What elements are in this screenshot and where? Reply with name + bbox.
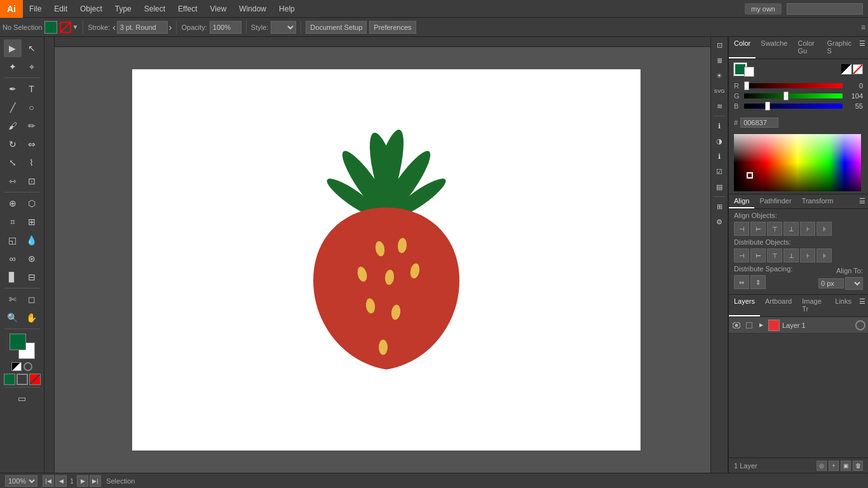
menu-object[interactable]: Object <box>74 0 109 18</box>
align-vertical-centers[interactable]: ⊦ <box>800 222 815 236</box>
menu-edit[interactable]: Edit <box>48 0 74 18</box>
delete-layer-btn[interactable]: 🗑 <box>853 461 863 471</box>
align-left-edges[interactable]: ⊣ <box>734 222 749 236</box>
transform-tab[interactable]: Transform <box>797 194 839 208</box>
new-layer-btn[interactable]: ▣ <box>841 461 851 471</box>
perspective-tool[interactable]: ⌗ <box>4 213 22 231</box>
align-top-edges[interactable]: ⊥ <box>783 222 799 236</box>
red-slider-thumb[interactable] <box>744 81 749 90</box>
rotate-tool[interactable]: ↻ <box>4 135 22 153</box>
locate-object-btn[interactable]: ◎ <box>817 461 827 471</box>
next-page-btn[interactable]: ▶ <box>77 475 88 487</box>
distribute-top[interactable]: ⊥ <box>783 248 799 262</box>
pathfinder-btn[interactable]: ☀ <box>712 69 726 83</box>
lasso-tool[interactable]: ⌖ <box>23 58 41 76</box>
search-input[interactable] <box>787 3 863 15</box>
info-btn[interactable]: ℹ <box>712 119 726 133</box>
align-panel-menu[interactable]: ☰ <box>857 194 868 208</box>
color-gradient-picker[interactable] <box>734 134 861 191</box>
distribute-right[interactable]: ⊤ <box>767 248 782 262</box>
none-swatch[interactable] <box>853 64 863 74</box>
panel-menu-icon[interactable]: ☰ <box>857 37 868 58</box>
align-horizontal-centers[interactable]: ⊢ <box>750 222 766 236</box>
fill-color-box[interactable] <box>44 21 57 34</box>
selection-tool[interactable]: ▶ <box>4 39 22 57</box>
foreground-color[interactable] <box>10 334 26 350</box>
blue-slider-thumb[interactable] <box>765 102 770 111</box>
links-tab[interactable]: Links <box>830 295 857 316</box>
distribute-v-spacing[interactable]: ⇕ <box>750 275 766 289</box>
align-px-input[interactable] <box>818 278 844 288</box>
artboard-tab[interactable]: Artboard <box>760 295 797 316</box>
layer-lock[interactable] <box>744 320 754 330</box>
menu-window[interactable]: Window <box>233 0 273 18</box>
stroke-left-arrow[interactable]: ‹ <box>112 22 116 32</box>
live-paint-tool[interactable]: ⬡ <box>23 194 41 212</box>
magic-wand-tool[interactable]: ✦ <box>4 58 22 76</box>
shape-builder-tool[interactable]: ⊕ <box>4 194 22 212</box>
width-tool[interactable]: ⇿ <box>4 172 22 190</box>
artboard-tool[interactable]: ⊟ <box>23 268 41 286</box>
info2-btn[interactable]: ℹ <box>712 149 726 163</box>
symbol-tool[interactable]: ⊛ <box>23 250 41 268</box>
distribute-h-spacing[interactable]: ⇔ <box>734 275 749 289</box>
swatches-tab[interactable]: Swatche <box>756 37 792 58</box>
align-tab[interactable]: Align <box>729 194 754 208</box>
opacity-input[interactable] <box>210 21 241 34</box>
svg-btn[interactable]: SVG <box>712 84 726 98</box>
workspace-button[interactable]: my own <box>745 3 782 15</box>
menu-help[interactable]: Help <box>273 0 301 18</box>
pen-tool[interactable]: ✒ <box>4 80 22 98</box>
align-bottom-edges[interactable]: ⊧ <box>817 222 832 236</box>
menu-file[interactable]: File <box>23 0 48 18</box>
eyedropper-tool[interactable]: 💧 <box>23 231 41 249</box>
distribute-bottom[interactable]: ⊧ <box>817 248 832 262</box>
prev-page-btn[interactable]: ◀ <box>55 475 67 487</box>
color-boxes[interactable] <box>10 334 35 359</box>
line-tool[interactable]: ╱ <box>4 98 22 116</box>
menu-effect[interactable]: Effect <box>172 0 203 18</box>
stroke-color-box[interactable] <box>60 22 71 33</box>
blend-tool[interactable]: ∞ <box>4 250 22 268</box>
graphic-styles-tab[interactable]: Graphic S <box>822 37 857 58</box>
scale-tool[interactable]: ⤡ <box>4 154 22 172</box>
menu-view[interactable]: View <box>204 0 233 18</box>
slice-tool[interactable]: ✄ <box>4 290 22 308</box>
zoom-tool[interactable]: 🔍 <box>4 309 22 327</box>
layers-tab[interactable]: Layers <box>729 295 760 316</box>
menu-type[interactable]: Type <box>109 0 138 18</box>
first-page-btn[interactable]: |◀ <box>43 475 54 487</box>
mesh-tool[interactable]: ⊞ <box>23 213 41 231</box>
layers-mini-btn[interactable]: ⊞ <box>712 200 726 214</box>
hex-input[interactable] <box>740 118 778 128</box>
blue-slider-track[interactable] <box>744 104 843 109</box>
column-graph-tool[interactable]: ▊ <box>4 268 22 286</box>
layer-expand-btn[interactable]: ▶ <box>757 321 766 330</box>
pathfinder-tab[interactable]: Pathfinder <box>754 194 796 208</box>
appearance-btn[interactable]: ≋ <box>712 99 726 113</box>
type-tool[interactable]: T <box>23 80 41 98</box>
red-slider-track[interactable] <box>744 83 843 88</box>
list-btn[interactable]: ▤ <box>712 180 726 194</box>
zoom-select[interactable]: 100% <box>5 475 37 487</box>
align-right-edges[interactable]: ⊤ <box>767 222 782 236</box>
eraser-tool[interactable]: ◻ <box>23 290 41 308</box>
ellipse-tool[interactable]: ○ <box>23 98 41 116</box>
align-to-select[interactable] <box>845 277 863 290</box>
default-colors-icon[interactable] <box>11 362 22 371</box>
warp-tool[interactable]: ⌇ <box>23 154 41 172</box>
bw-swatch[interactable] <box>841 64 851 74</box>
image-trace-tab[interactable]: Image Tr <box>797 295 830 316</box>
last-page-btn[interactable]: ▶| <box>90 475 101 487</box>
checkbox-btn[interactable]: ☑ <box>712 165 726 179</box>
layers-panel-menu[interactable]: ☰ <box>857 295 868 316</box>
free-transform-tool[interactable]: ⊡ <box>23 172 41 190</box>
direct-selection-tool[interactable]: ↖ <box>23 39 41 57</box>
stroke-size-input[interactable] <box>117 21 168 34</box>
green-slider-thumb[interactable] <box>783 92 789 100</box>
distribute-left[interactable]: ⊣ <box>734 248 749 262</box>
paintbrush-tool[interactable]: 🖌 <box>4 117 22 135</box>
style-select[interactable] <box>271 21 296 34</box>
color-preview-bg[interactable] <box>744 67 754 77</box>
canvas-area[interactable] <box>44 37 728 473</box>
